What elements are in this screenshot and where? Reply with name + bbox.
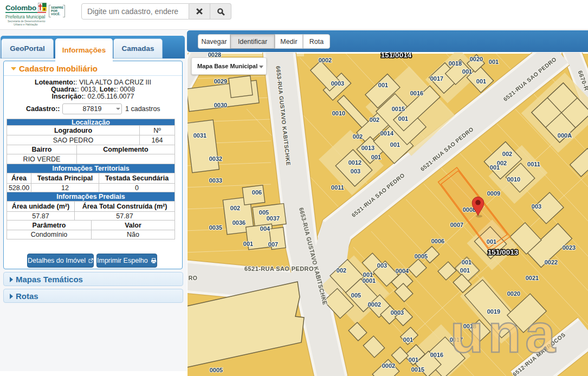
svg-text:una: una xyxy=(450,303,560,364)
svg-text:0020: 0020 xyxy=(470,56,483,62)
svg-text:0002: 0002 xyxy=(368,301,381,308)
svg-text:0005: 0005 xyxy=(210,367,223,373)
svg-text:0029: 0029 xyxy=(214,78,227,85)
svg-text:0031: 0031 xyxy=(193,132,206,139)
svg-text:0011: 0011 xyxy=(331,184,344,191)
svg-text:0021: 0021 xyxy=(526,275,539,281)
svg-text:001: 001 xyxy=(490,164,500,171)
svg-text:0013: 0013 xyxy=(361,145,374,151)
svg-text:0017: 0017 xyxy=(430,75,443,82)
svg-text:001: 001 xyxy=(398,115,408,122)
svg-text:151/0013: 151/0013 xyxy=(488,248,519,256)
svg-text:002: 002 xyxy=(230,205,240,211)
svg-text:0020: 0020 xyxy=(507,290,520,297)
svg-text:001: 001 xyxy=(487,238,496,245)
svg-text:0015: 0015 xyxy=(411,366,424,373)
svg-text:001: 001 xyxy=(462,259,471,265)
svg-text:0022: 0022 xyxy=(545,259,558,265)
svg-text:0009: 0009 xyxy=(487,190,500,197)
svg-text:003: 003 xyxy=(351,168,360,174)
svg-text:0037: 0037 xyxy=(267,215,280,222)
svg-text:0010: 0010 xyxy=(507,176,520,183)
svg-text:0006: 0006 xyxy=(431,238,444,244)
svg-text:0015: 0015 xyxy=(392,106,405,112)
svg-text:0001: 0001 xyxy=(363,277,376,284)
svg-text:RO: RO xyxy=(189,275,198,281)
svg-text:000A: 000A xyxy=(558,132,572,139)
svg-text:0018: 0018 xyxy=(449,60,462,67)
svg-text:0003: 0003 xyxy=(331,80,344,87)
svg-text:0010: 0010 xyxy=(332,110,345,116)
svg-text:0016: 0016 xyxy=(430,352,443,358)
svg-text:0012: 0012 xyxy=(348,159,361,166)
svg-text:0032: 0032 xyxy=(209,155,222,162)
svg-text:001: 001 xyxy=(403,336,413,343)
svg-text:0030: 0030 xyxy=(214,102,227,108)
svg-text:002: 002 xyxy=(337,267,346,274)
svg-text:0033: 0033 xyxy=(209,177,222,184)
svg-text:0002: 0002 xyxy=(319,57,332,63)
svg-text:006: 006 xyxy=(252,189,262,196)
svg-text:0002: 0002 xyxy=(382,362,395,369)
svg-text:001: 001 xyxy=(378,82,388,88)
svg-text:001: 001 xyxy=(390,141,400,148)
svg-text:001: 001 xyxy=(243,241,253,247)
svg-text:007: 007 xyxy=(268,241,278,248)
svg-text:002: 002 xyxy=(502,151,512,157)
svg-text:002: 002 xyxy=(370,116,379,123)
svg-text:151/0014: 151/0014 xyxy=(381,53,412,59)
svg-text:0005: 0005 xyxy=(415,253,428,260)
svg-text:6521-RUA SAO PEDRO: 6521-RUA SAO PEDRO xyxy=(244,265,314,272)
svg-text:002: 002 xyxy=(353,133,363,140)
svg-text:0011: 0011 xyxy=(527,161,540,167)
svg-text:001: 001 xyxy=(371,154,381,160)
svg-text:001: 001 xyxy=(462,68,472,75)
svg-text:001: 001 xyxy=(409,356,418,363)
svg-text:0023: 0023 xyxy=(563,244,576,251)
svg-text:001: 001 xyxy=(476,78,486,85)
svg-text:0035: 0035 xyxy=(209,224,222,231)
svg-text:001: 001 xyxy=(460,267,470,274)
svg-text:0003: 0003 xyxy=(391,309,404,316)
svg-text:004: 004 xyxy=(260,225,270,232)
svg-text:001: 001 xyxy=(489,59,499,65)
svg-text:0014: 0014 xyxy=(380,130,394,137)
svg-text:003: 003 xyxy=(532,203,541,210)
svg-text:003: 003 xyxy=(377,262,387,269)
svg-text:0007: 0007 xyxy=(450,222,463,228)
svg-text:0016: 0016 xyxy=(410,90,423,96)
svg-text:0036: 0036 xyxy=(232,219,245,226)
svg-text:005: 005 xyxy=(351,292,361,299)
svg-text:0004: 0004 xyxy=(396,268,409,274)
